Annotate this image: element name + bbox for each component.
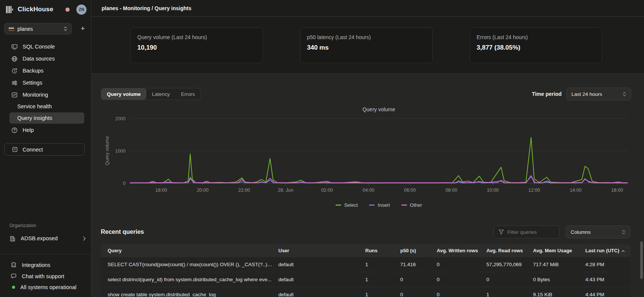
stat-card-value: 10,190 — [137, 44, 256, 52]
svg-text:1000: 1000 — [115, 148, 126, 154]
legend-item-insert[interactable]: Insert — [369, 202, 390, 208]
vertical-scrollbar[interactable] — [640, 241, 643, 279]
filter-queries-placeholder: Filter queries — [507, 229, 537, 235]
time-period-control: Time period Last 24 hours — [532, 88, 631, 100]
column-header-query[interactable]: Query — [101, 248, 278, 253]
tab-query-volume[interactable]: Query volume — [101, 88, 146, 100]
breadcrumb: planes - Monitoring / Query insights — [102, 5, 191, 11]
query-insights-page: { "app": { "brand": "ClickHouse", "avata… — [0, 0, 644, 297]
help-icon — [11, 127, 18, 133]
sidebar-footer-all-systems-operational[interactable]: All systems operational — [12, 284, 76, 290]
backups-icon — [11, 68, 18, 74]
add-service-button[interactable]: + — [77, 23, 88, 34]
settings-icon — [11, 80, 18, 86]
legend-label: Insert — [378, 202, 390, 208]
status-dot-icon — [12, 285, 15, 289]
svg-text:28. Jun: 28. Jun — [278, 188, 293, 193]
table-row[interactable]: show create table system.distributed_cac… — [101, 287, 630, 297]
chat-icon — [11, 273, 17, 279]
table-cell: 57,295,770,069 — [486, 262, 533, 267]
chevron-right-icon — [83, 236, 86, 241]
sidebar-subitem-query-insights[interactable]: Query insights — [9, 112, 84, 124]
svg-text:20:00: 20:00 — [197, 188, 208, 193]
columns-select[interactable]: Columns — [566, 226, 630, 238]
table-cell: 0 — [437, 292, 486, 297]
stat-card-value: 340 ms — [307, 44, 426, 52]
svg-text:12:00: 12:00 — [528, 188, 540, 193]
connect-button[interactable]: Connect — [4, 143, 85, 156]
filter-queries-input[interactable]: Filter queries — [494, 226, 559, 238]
column-header-avg-written-rows[interactable]: Avg. Written rows — [437, 248, 486, 253]
legend-swatch — [401, 205, 407, 206]
sidebar-divider — [0, 254, 91, 255]
table-cell: default — [278, 262, 365, 267]
stat-card-p50-latency: p50 latency (Last 24 hours) 340 ms — [300, 27, 433, 63]
svg-text:22:00: 22:00 — [238, 188, 250, 193]
column-header-p50-s[interactable]: p50 (s) — [400, 248, 437, 253]
sidebar-subitem-service-health[interactable]: Service health — [9, 101, 84, 112]
sidebar-item-label: Backups — [23, 68, 44, 74]
sidebar-item-monitoring[interactable]: Monitoring — [0, 89, 91, 101]
tab-latency[interactable]: Latency — [146, 88, 175, 100]
brand-name: ClickHouse — [18, 6, 53, 13]
sort-caret-up-icon — [621, 250, 625, 252]
service-selector[interactable]: aws planes — [4, 23, 72, 35]
table-row[interactable]: select distrinct(query_id) from system.d… — [101, 272, 630, 287]
time-period-value: Last 24 hours — [571, 91, 602, 97]
organization-switcher[interactable]: ADSB.exposed — [9, 233, 86, 243]
sidebar-item-help[interactable]: Help — [0, 124, 91, 136]
integrations-icon — [11, 262, 17, 268]
table-cell: 0 — [400, 277, 437, 282]
column-header-last-run-utc[interactable]: Last run (UTC) — [585, 248, 630, 253]
legend-item-other[interactable]: Other — [401, 202, 422, 208]
column-header-avg-read-rows[interactable]: Avg. Read rows — [486, 248, 533, 253]
organization-section-label: Organization — [9, 223, 36, 228]
legend-item-select[interactable]: Select — [336, 202, 358, 208]
table-cell: 0 — [437, 262, 486, 267]
funnel-icon — [498, 229, 504, 235]
time-period-select[interactable]: Last 24 hours — [567, 88, 631, 100]
legend-label: Other — [410, 202, 422, 208]
table-row[interactable]: SELECT CAST(round(pow(count() / max(coun… — [101, 257, 630, 272]
table-cell: SELECT CAST(round(pow(count() / max(coun… — [101, 262, 278, 267]
chart-view-tabs: Query volume Latency Errors — [101, 88, 201, 100]
sidebar-item-label: Help — [23, 127, 34, 133]
sidebar-item-label: Data sources — [23, 56, 55, 62]
svg-text:02:00: 02:00 — [321, 188, 333, 193]
column-header-runs[interactable]: Runs — [365, 248, 400, 253]
sidebar-footer-label: All systems operational — [20, 284, 76, 290]
tab-errors[interactable]: Errors — [175, 88, 200, 100]
svg-text:0: 0 — [123, 181, 126, 186]
table-cell: 0 Bytes — [533, 277, 585, 282]
chevron-updown-icon — [622, 229, 626, 235]
service-name: planes — [17, 26, 33, 32]
table-header-row: QueryUserRunsp50 (s)Avg. Written rowsAvg… — [101, 244, 630, 257]
stat-card-errors: Errors (Last 24 hours) 3,877 (38.05%) — [470, 27, 602, 63]
columns-select-label: Columns — [571, 229, 591, 235]
sidebar-item-data-sources[interactable]: Data sources — [0, 53, 91, 65]
brand-row: ClickHouse ZN — [6, 4, 87, 15]
legend-label: Select — [344, 202, 358, 208]
sidebar-item-settings[interactable]: Settings — [0, 77, 91, 89]
sidebar: ClickHouse ZN aws planes + SQL ConsoleDa… — [0, 0, 91, 297]
svg-text:10:00: 10:00 — [487, 188, 498, 193]
sidebar-item-backups[interactable]: Backups — [0, 65, 91, 77]
table-cell: 4:44 PM — [585, 292, 630, 297]
organization-icon — [9, 235, 16, 242]
stat-card-value: 3,877 (38.05%) — [477, 44, 595, 52]
table-cell: 0 — [437, 277, 486, 282]
sidebar-item-sql-console[interactable]: SQL Console — [0, 41, 91, 53]
svg-text:18:00: 18:00 — [155, 188, 167, 193]
series-select — [130, 138, 627, 183]
sidebar-footer-chat-with-support[interactable]: Chat with support — [11, 273, 64, 279]
notification-dot-icon[interactable] — [65, 8, 70, 12]
stat-card-label: Query volume (Last 24 hours) — [137, 34, 256, 40]
sidebar-item-label: Settings — [23, 80, 42, 86]
organization-name: ADSB.exposed — [21, 235, 83, 241]
user-avatar[interactable]: ZN — [76, 5, 87, 15]
connect-label: Connect — [23, 147, 43, 153]
table-cell: 1 — [365, 262, 400, 267]
sidebar-footer-integrations[interactable]: Integrations — [11, 262, 50, 268]
column-header-avg-mem-usage[interactable]: Avg. Mem Usage — [533, 248, 585, 253]
column-header-user[interactable]: User — [278, 248, 365, 253]
